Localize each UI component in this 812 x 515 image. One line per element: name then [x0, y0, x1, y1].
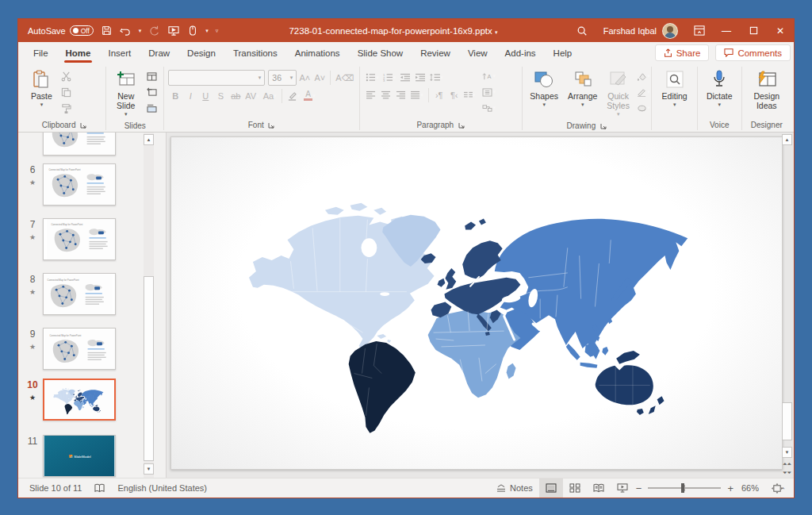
text-direction-button[interactable]: A▾: [481, 69, 496, 83]
shapes-button[interactable]: Shapes ▾: [527, 67, 561, 110]
arrange-dropdown-icon[interactable]: ▾: [581, 102, 584, 108]
shapes-dropdown-icon[interactable]: ▾: [542, 102, 546, 108]
title-dropdown-icon[interactable]: ▾: [495, 29, 498, 35]
copy-button[interactable]: [59, 85, 74, 99]
character-spacing-button[interactable]: AV▾: [243, 88, 260, 103]
customize-qat-icon[interactable]: ▿: [216, 28, 219, 34]
slide-scrollbar-thumb[interactable]: [782, 402, 792, 440]
thumbnail-scrollbar[interactable]: ▲ ▼: [144, 133, 154, 478]
save-icon[interactable]: [101, 25, 113, 37]
decrease-indent-button[interactable]: [398, 70, 412, 85]
zoom-percentage[interactable]: 66%: [735, 478, 765, 498]
slide-scrollbar[interactable]: ▲ ▼ ⏶⏶ ⏷⏷: [782, 134, 792, 476]
paragraph-dialog-launcher-icon[interactable]: [457, 121, 465, 129]
slide-sorter-view-button[interactable]: [563, 478, 587, 498]
tab-insert[interactable]: Insert: [99, 42, 140, 63]
comments-button[interactable]: Comments: [715, 44, 791, 61]
section-button[interactable]: [144, 101, 159, 115]
tab-add-ins[interactable]: Add-ins: [496, 42, 545, 63]
tab-slide-show[interactable]: Slide Show: [349, 42, 412, 63]
tab-review[interactable]: Review: [412, 42, 459, 63]
zoom-slider[interactable]: [648, 487, 721, 489]
tab-animations[interactable]: Animations: [286, 42, 349, 63]
dictate-dropdown-icon[interactable]: ▾: [718, 102, 721, 108]
notes-button[interactable]: Notes: [490, 478, 539, 498]
font-size-combobox[interactable]: 36▾: [268, 70, 297, 86]
clear-formatting-button[interactable]: A⌫: [334, 71, 355, 86]
justify-button[interactable]: ▾: [409, 87, 425, 102]
touch-mouse-mode-icon[interactable]: [186, 25, 198, 37]
quick-styles-button[interactable]: Quick Styles ▾: [603, 67, 633, 120]
text-shadow-button[interactable]: S: [213, 88, 228, 103]
maximize-button[interactable]: [740, 19, 767, 42]
spellcheck-icon[interactable]: [88, 478, 111, 498]
slide-counter[interactable]: Slide 10 of 11: [23, 478, 88, 498]
align-text-button[interactable]: ▾: [481, 85, 496, 99]
bullets-button[interactable]: ▾: [364, 70, 381, 85]
touch-mode-dropdown-icon[interactable]: ▾: [205, 28, 209, 34]
tab-view[interactable]: View: [459, 42, 496, 63]
design-ideas-button[interactable]: Design Ideas: [746, 67, 787, 113]
font-color-button[interactable]: A▾: [302, 88, 317, 103]
account-button[interactable]: Farshad Iqbal: [596, 23, 686, 39]
align-center-button[interactable]: [379, 87, 393, 102]
zoom-out-button[interactable]: −: [634, 478, 644, 498]
new-slide-button[interactable]: New Slide ▾: [110, 67, 141, 120]
tab-transitions[interactable]: Transitions: [224, 42, 286, 63]
text-direction-rtl-button[interactable]: ¶‹: [447, 87, 462, 102]
tab-draw[interactable]: Draw: [140, 42, 178, 63]
slideshow-view-button[interactable]: [611, 478, 634, 498]
autosave-toggle[interactable]: AutoSave Off: [28, 25, 94, 36]
scroll-down-icon[interactable]: ▼: [144, 463, 154, 475]
editing-dropdown-icon[interactable]: ▾: [673, 102, 676, 108]
text-highlight-button[interactable]: ▾: [285, 88, 302, 103]
strikethrough-button[interactable]: ab: [228, 88, 243, 103]
shape-outline-button[interactable]: ▾: [636, 85, 651, 99]
world-map-graphic[interactable]: [171, 137, 782, 469]
minimize-button[interactable]: —: [713, 19, 740, 42]
align-left-button[interactable]: [364, 87, 378, 102]
normal-view-button[interactable]: [539, 478, 563, 498]
paste-button[interactable]: Paste ▾: [28, 67, 56, 110]
line-spacing-button[interactable]: ▾: [428, 70, 445, 85]
convert-to-smartart-button[interactable]: ▾: [481, 101, 496, 115]
reading-view-button[interactable]: [587, 478, 611, 498]
new-slide-dropdown-icon[interactable]: ▾: [124, 111, 128, 117]
cut-button[interactable]: [59, 69, 74, 83]
undo-icon[interactable]: [120, 25, 132, 37]
change-case-button[interactable]: Aa▾: [262, 88, 278, 103]
increase-font-size-button[interactable]: A˄: [297, 71, 312, 86]
thumbnail-scrollbar-thumb[interactable]: [144, 276, 154, 461]
italic-button[interactable]: I: [183, 88, 197, 103]
increase-indent-button[interactable]: [413, 70, 427, 85]
scroll-down-icon[interactable]: ▼: [782, 447, 792, 458]
undo-dropdown-icon[interactable]: ▾: [139, 28, 142, 34]
shape-fill-button[interactable]: ▾: [636, 69, 651, 83]
close-button[interactable]: ✕: [767, 19, 794, 42]
collapse-ribbon-icon[interactable]: ⌃: [779, 486, 786, 494]
slide-canvas[interactable]: [170, 136, 783, 470]
autosave-switch[interactable]: Off: [70, 25, 94, 36]
scroll-up-icon[interactable]: ▲: [782, 134, 792, 145]
zoom-in-button[interactable]: +: [726, 478, 735, 498]
clipboard-dialog-launcher-icon[interactable]: [79, 121, 88, 129]
font-name-combobox[interactable]: ▾: [168, 70, 265, 86]
slide-layout-button[interactable]: [144, 69, 159, 83]
tab-file[interactable]: File: [25, 42, 57, 63]
share-button[interactable]: Share: [655, 44, 710, 61]
align-right-button[interactable]: [394, 87, 408, 102]
columns-button[interactable]: ▾: [462, 87, 477, 102]
bold-button[interactable]: B: [168, 88, 182, 103]
start-presentation-icon[interactable]: [167, 25, 179, 37]
decrease-font-size-button[interactable]: A˅: [312, 71, 327, 86]
ribbon-display-options-icon[interactable]: [686, 19, 713, 42]
tab-design[interactable]: Design: [178, 42, 224, 63]
numbering-button[interactable]: 123▾: [381, 70, 398, 85]
format-painter-button[interactable]: [59, 101, 74, 115]
tab-help[interactable]: Help: [545, 42, 581, 63]
text-direction-ltr-button[interactable]: ›¶: [432, 87, 446, 102]
next-slide-icon[interactable]: ⏷⏷: [782, 468, 792, 477]
zoom-slider-thumb[interactable]: [681, 483, 684, 493]
font-dialog-launcher-icon[interactable]: [267, 121, 276, 129]
editing-button[interactable]: Editing ▾: [659, 67, 691, 110]
